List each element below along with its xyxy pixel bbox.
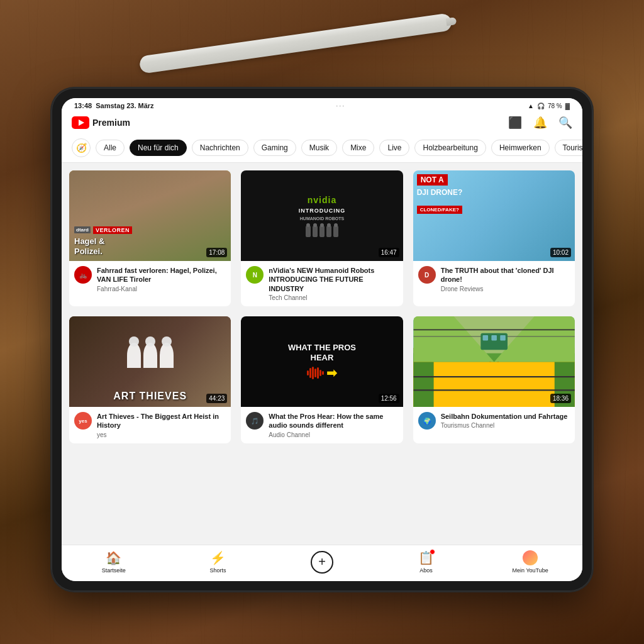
nav-create[interactable]: + bbox=[303, 551, 341, 574]
search-icon[interactable]: 🔍 bbox=[558, 116, 572, 130]
video-item-5[interactable]: WHAT THE PROSHEAR bbox=[241, 316, 402, 443]
nav-home-label: Startseite bbox=[102, 567, 126, 574]
ipad-frame: 13:48 Samstag 23. März ··· ▲ 🎧 78 % ▓ Pr… bbox=[52, 88, 592, 591]
nav-profile-label: Mein YouTube bbox=[513, 567, 548, 574]
explore-button[interactable]: 🧭 bbox=[72, 138, 91, 157]
video-title-5: What the Pros Hear: How the same audio s… bbox=[269, 412, 397, 430]
youtube-icon bbox=[72, 116, 89, 129]
nav-shorts-label: Shorts bbox=[209, 567, 226, 574]
verloren-badge: verloren bbox=[93, 226, 132, 234]
svg-rect-9 bbox=[491, 335, 497, 341]
filter-chip-nachrichten[interactable]: Nachrichten bbox=[192, 140, 248, 156]
subscriptions-icon: 📋 bbox=[418, 550, 434, 565]
channel-avatar-4: yes bbox=[74, 412, 92, 430]
nav-subscriptions[interactable]: 📋 Abos bbox=[408, 550, 445, 574]
video-title-2: nVidia's NEW Humanoid Robots INTRODUCING… bbox=[269, 266, 397, 293]
nav-subs-label: Abos bbox=[419, 567, 433, 574]
dji-label: DJI DRONE? bbox=[417, 188, 463, 197]
hagel-label: Hagel &Polizei. bbox=[74, 236, 104, 256]
bottom-nav: 🏠 Startseite ⚡ Shorts + 📋 Abos Mein YouT… bbox=[62, 545, 582, 581]
content-area: dtard verloren Hagel &Polizei. 17:08 🚲 F… bbox=[62, 163, 582, 545]
filter-bar: 🧭 Alle Neu für dich Nachrichten Gaming M… bbox=[62, 133, 582, 163]
cast-icon[interactable]: ⬛ bbox=[508, 116, 522, 130]
video-title-6: Seilbahn Dokumentation und Fahrtage bbox=[441, 412, 570, 421]
art-figures bbox=[127, 343, 174, 368]
waveform bbox=[307, 365, 324, 380]
svg-rect-12 bbox=[413, 362, 433, 408]
video-thumb-4: ART THIEVES 44:23 bbox=[69, 316, 231, 407]
filter-chip-neu[interactable]: Neu für dich bbox=[130, 140, 187, 156]
video-duration-6: 18:36 bbox=[550, 394, 571, 403]
video-title-3: The TRUTH about that 'cloned' DJI drone! bbox=[441, 266, 570, 284]
nvidia-introducing: INTRODUCING bbox=[299, 208, 346, 214]
video-channel-6: Tourismus Channel bbox=[441, 422, 570, 429]
youtube-logo: Premium bbox=[72, 116, 130, 129]
svg-rect-8 bbox=[482, 335, 488, 341]
battery-icon: ▓ bbox=[565, 103, 570, 109]
svg-rect-10 bbox=[500, 335, 506, 341]
cloned-label: CLONED/FAKE? bbox=[417, 206, 462, 214]
status-time: 13:48 Samstag 23. März bbox=[74, 102, 154, 109]
shorts-icon: ⚡ bbox=[210, 550, 226, 565]
bell-icon[interactable]: 🔔 bbox=[533, 116, 547, 130]
filter-chip-holz[interactable]: Holzbearbeitung bbox=[414, 140, 486, 156]
status-right: ▲ 🎧 78 % ▓ bbox=[528, 103, 570, 109]
filter-chip-live[interactable]: Live bbox=[379, 140, 409, 156]
nvidia-robots bbox=[306, 226, 338, 237]
battery-percent: 78 % bbox=[548, 103, 562, 109]
create-button[interactable]: + bbox=[311, 551, 333, 574]
filter-chip-gaming[interactable]: Gaming bbox=[253, 140, 296, 156]
video-item-3[interactable]: NOT A DJI DRONE? CLONED/FAKE? 10:02 D bbox=[413, 170, 575, 306]
nvidia-logo: nvidia bbox=[308, 195, 336, 205]
channel-avatar-6: 🌍 bbox=[418, 412, 436, 430]
video-thumb-2: nvidia INTRODUCING HUMANOID ROBOTS bbox=[241, 170, 402, 261]
nav-home[interactable]: 🏠 Startseite bbox=[95, 550, 133, 574]
filter-chip-tourismus[interactable]: Tourismus bbox=[555, 140, 582, 156]
video-title-1: Fahrrad fast verloren: Hagel, Polizei, V… bbox=[97, 266, 226, 284]
video-grid: dtard verloren Hagel &Polizei. 17:08 🚲 F… bbox=[69, 170, 575, 443]
video-thumb-6: 18:36 bbox=[413, 316, 575, 407]
wifi-icon: ▲ bbox=[528, 103, 534, 109]
not-label: NOT A bbox=[417, 174, 448, 186]
channel-avatar-5: 🎵 bbox=[246, 412, 264, 430]
video-channel-3: Drone Reviews bbox=[441, 286, 570, 292]
youtube-premium-label: Premium bbox=[92, 118, 130, 128]
video-item-6[interactable]: 18:36 🌍 Seilbahn Dokumentation und Fahrt… bbox=[413, 316, 575, 443]
nav-profile[interactable]: Mein YouTube bbox=[511, 550, 549, 574]
channel-avatar-1: 🚲 bbox=[74, 266, 92, 284]
video-thumb-3: NOT A DJI DRONE? CLONED/FAKE? 10:02 bbox=[413, 170, 575, 261]
video-duration-2: 16:47 bbox=[379, 248, 399, 257]
status-bar: 13:48 Samstag 23. März ··· ▲ 🎧 78 % ▓ bbox=[62, 98, 582, 112]
home-icon: 🏠 bbox=[106, 550, 121, 565]
video-channel-2: Tech Channel bbox=[269, 294, 397, 301]
video-item-4[interactable]: ART THIEVES 44:23 yes Art Thieves - The … bbox=[69, 316, 231, 443]
video-channel-4: yes bbox=[97, 431, 226, 438]
video-duration-4: 44:23 bbox=[206, 394, 227, 403]
video-item-2[interactable]: nvidia INTRODUCING HUMANOID ROBOTS bbox=[241, 170, 402, 306]
video-thumb-1: dtard verloren Hagel &Polizei. 17:08 bbox=[69, 170, 231, 261]
video-duration-1: 17:08 bbox=[206, 248, 227, 257]
video-title-4: Art Thieves - The Biggest Art Heist in H… bbox=[97, 412, 226, 430]
profile-avatar bbox=[523, 550, 538, 565]
channel-avatar-2: N bbox=[246, 266, 264, 284]
header: Premium ⬛ 🔔 🔍 bbox=[62, 112, 582, 133]
filter-chip-mixe[interactable]: Mixe bbox=[342, 140, 374, 156]
pros-title: WHAT THE PROSHEAR bbox=[288, 343, 356, 362]
video-item-1[interactable]: dtard verloren Hagel &Polizei. 17:08 🚲 F… bbox=[69, 170, 231, 306]
status-dots: ··· bbox=[336, 102, 345, 109]
video-duration-3: 10:02 bbox=[550, 248, 571, 257]
channel-avatar-3: D bbox=[418, 266, 436, 284]
video-channel-5: Audio Channel bbox=[269, 431, 397, 438]
video-duration-5: 12:56 bbox=[379, 394, 399, 403]
arrow-icon: ➡ bbox=[326, 365, 337, 380]
video-channel-1: Fahrrad-Kanal bbox=[97, 286, 226, 292]
nav-shorts[interactable]: ⚡ Shorts bbox=[199, 550, 236, 574]
headphones-icon: 🎧 bbox=[537, 103, 545, 109]
filter-chip-heim[interactable]: Heimwerken bbox=[491, 140, 550, 156]
filter-chip-alle[interactable]: Alle bbox=[96, 140, 125, 156]
video-thumb-5: WHAT THE PROSHEAR bbox=[241, 316, 402, 407]
ipad-screen: 13:48 Samstag 23. März ··· ▲ 🎧 78 % ▓ Pr… bbox=[62, 98, 582, 581]
filter-chip-musik[interactable]: Musik bbox=[301, 140, 337, 156]
header-icons: ⬛ 🔔 🔍 bbox=[508, 116, 572, 130]
